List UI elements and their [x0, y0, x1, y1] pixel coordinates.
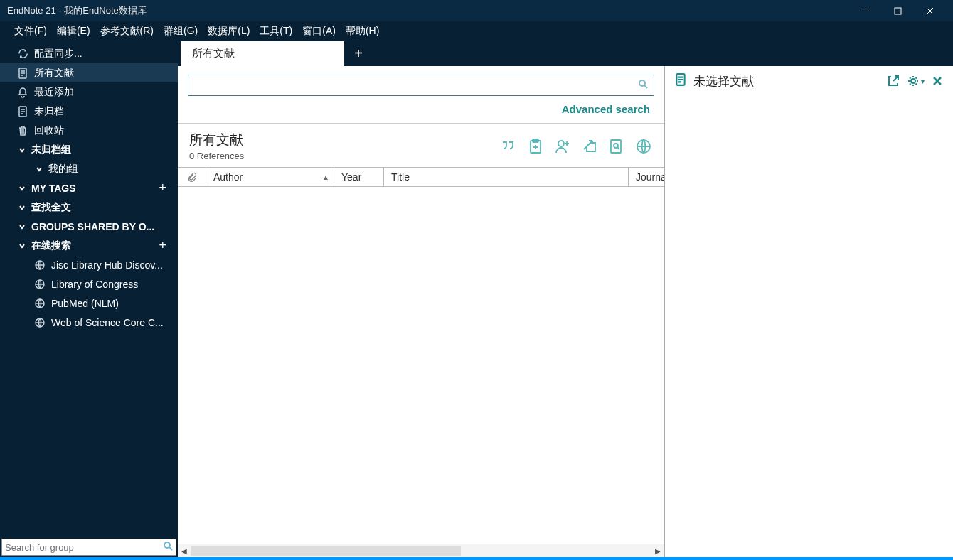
- close-button[interactable]: [914, 0, 946, 21]
- list-title: 所有文献: [189, 131, 244, 149]
- search-icon: [163, 541, 173, 554]
- add-tag-button[interactable]: +: [159, 181, 172, 195]
- svg-rect-0: [895, 8, 901, 14]
- scroll-left-arrow[interactable]: ◀: [178, 544, 191, 557]
- share-icon[interactable]: [580, 137, 599, 156]
- sidebar-search-input[interactable]: [5, 542, 163, 553]
- list-header: 所有文献 0 References: [178, 123, 664, 167]
- document-icon: [675, 73, 686, 89]
- menu-library[interactable]: 数据库(L): [206, 23, 251, 39]
- sidebar-online-search[interactable]: 在线搜索 +: [0, 236, 178, 255]
- column-title[interactable]: Title: [384, 168, 629, 186]
- reference-count: 0 References: [189, 151, 244, 161]
- bell-icon: [17, 87, 28, 98]
- close-panel-button[interactable]: [932, 75, 943, 87]
- chevron-down-icon: [17, 146, 27, 154]
- sidebar-online-pubmed-label: PubMed (NLM): [51, 298, 119, 309]
- horizontal-scrollbar[interactable]: ◀ ▶: [178, 544, 664, 557]
- svg-point-11: [558, 141, 564, 146]
- sidebar-find-fulltext[interactable]: 查找全文: [0, 198, 178, 217]
- sort-asc-icon: ▲: [322, 173, 329, 181]
- titlebar-text: EndNote 21 - 我的EndNote数据库: [7, 4, 850, 17]
- globe-icon: [34, 259, 46, 271]
- sidebar-sync-label: 配置同步...: [34, 48, 82, 60]
- sidebar-online-wos-label: Web of Science Core C...: [51, 317, 164, 328]
- scroll-thumb[interactable]: [191, 546, 461, 556]
- search-input[interactable]: [194, 80, 638, 91]
- sync-icon: [17, 48, 28, 60]
- menu-window[interactable]: 窗口(A): [301, 23, 337, 39]
- sidebar-online-search-label: 在线搜索: [31, 239, 71, 252]
- chevron-down-icon: [17, 185, 27, 192]
- svg-point-7: [164, 542, 170, 548]
- search-bar[interactable]: [188, 75, 654, 96]
- preview-title: 未选择文献: [693, 73, 880, 90]
- sidebar-groups-shared-label: GROUPS SHARED BY O...: [31, 221, 154, 232]
- sidebar-online-pubmed[interactable]: PubMed (NLM): [0, 294, 178, 313]
- clipboard-add-icon[interactable]: [526, 137, 545, 156]
- sidebar-groups-shared[interactable]: GROUPS SHARED BY O...: [0, 217, 178, 236]
- tabstrip: 所有文献 +: [178, 41, 953, 66]
- add-online-search-button[interactable]: +: [159, 238, 172, 253]
- scroll-right-arrow[interactable]: ▶: [651, 544, 664, 557]
- table-header: Author▲ Year Title Journal: [178, 167, 664, 187]
- menubar: 文件(F) 编辑(E) 参考文献(R) 群组(G) 数据库(L) 工具(T) 窗…: [0, 21, 953, 41]
- tab-all-references[interactable]: 所有文献: [181, 41, 344, 66]
- sidebar-online-jisc[interactable]: Jisc Library Hub Discov...: [0, 255, 178, 274]
- sidebar-my-group[interactable]: 我的组: [0, 159, 178, 178]
- globe-icon: [34, 317, 46, 328]
- sidebar-all-references[interactable]: 所有文献: [0, 63, 178, 82]
- search-icon[interactable]: [638, 79, 648, 92]
- menu-edit[interactable]: 编辑(E): [55, 23, 92, 39]
- sidebar-group-unfiled[interactable]: 未归档组: [0, 140, 178, 159]
- menu-help[interactable]: 帮助(H): [344, 23, 380, 39]
- document-icon: [17, 106, 28, 117]
- column-journal[interactable]: Journal: [629, 168, 664, 186]
- window-border: [0, 557, 953, 560]
- chevron-down-icon: [17, 204, 27, 211]
- cite-icon[interactable]: [499, 137, 518, 156]
- menu-tools[interactable]: 工具(T): [258, 23, 294, 39]
- sidebar-online-loc[interactable]: Library of Congress: [0, 274, 178, 294]
- chevron-down-icon: [34, 166, 44, 173]
- column-attachment[interactable]: [178, 168, 206, 186]
- open-external-icon[interactable]: [887, 75, 900, 87]
- menu-references[interactable]: 参考文献(R): [99, 23, 155, 39]
- advanced-search-link[interactable]: Advanced search: [562, 103, 650, 115]
- sidebar-my-tags[interactable]: MY TAGS +: [0, 178, 178, 198]
- globe-icon: [34, 298, 46, 309]
- sidebar-all-label: 所有文献: [34, 67, 74, 80]
- svg-point-16: [911, 79, 915, 83]
- chevron-down-icon: [17, 223, 27, 230]
- globe-icon: [34, 279, 46, 290]
- table-body: [178, 187, 664, 544]
- chevron-down-icon: [17, 242, 27, 249]
- sidebar-find-fulltext-label: 查找全文: [31, 201, 71, 214]
- menu-groups[interactable]: 群组(G): [162, 23, 199, 39]
- menu-file[interactable]: 文件(F): [13, 23, 48, 39]
- sidebar-recent[interactable]: 最近添加: [0, 82, 178, 102]
- titlebar: EndNote 21 - 我的EndNote数据库: [0, 0, 953, 21]
- sidebar-search[interactable]: [1, 539, 176, 556]
- column-year[interactable]: Year: [334, 168, 384, 186]
- chevron-down-icon: ▾: [921, 77, 925, 85]
- sidebar-trash[interactable]: 回收站: [0, 121, 178, 140]
- sidebar-group-unfiled-label: 未归档组: [31, 144, 71, 156]
- minimize-button[interactable]: [850, 0, 882, 21]
- sidebar-unfiled[interactable]: 未归档: [0, 102, 178, 121]
- trash-icon: [17, 125, 28, 136]
- svg-point-8: [639, 80, 645, 86]
- find-file-icon[interactable]: [607, 137, 626, 156]
- sidebar-online-wos[interactable]: Web of Science Core C...: [0, 313, 178, 332]
- globe-icon[interactable]: [634, 137, 653, 156]
- sidebar-recent-label: 最近添加: [34, 86, 74, 99]
- sidebar-my-group-label: 我的组: [48, 163, 78, 176]
- add-tab-button[interactable]: +: [344, 41, 373, 66]
- column-author[interactable]: Author▲: [206, 168, 334, 186]
- settings-dropdown[interactable]: ▾: [907, 75, 925, 87]
- tab-label: 所有文献: [192, 47, 235, 60]
- maximize-button[interactable]: [882, 0, 914, 21]
- sidebar-sync[interactable]: 配置同步...: [0, 44, 178, 63]
- add-user-icon[interactable]: [553, 137, 572, 156]
- sidebar-my-tags-label: MY TAGS: [31, 183, 76, 194]
